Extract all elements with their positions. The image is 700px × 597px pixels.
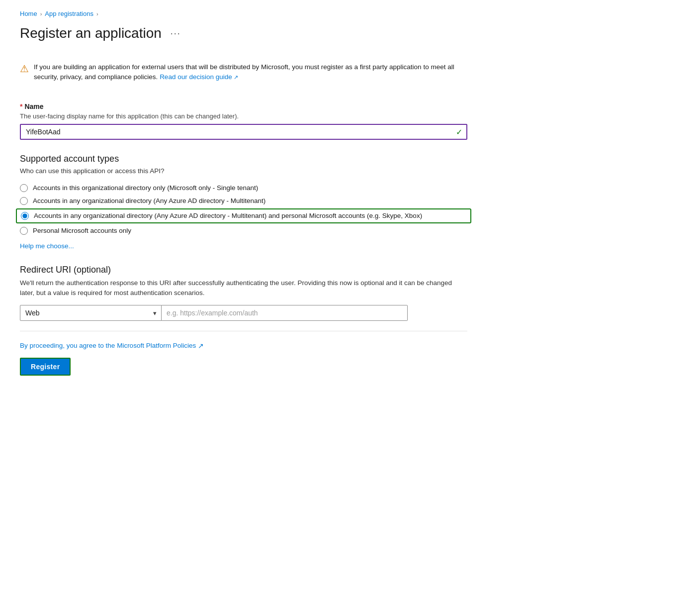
name-description: The user-facing display name for this ap… [20, 112, 680, 120]
radio-option-3[interactable]: Accounts in any organizational directory… [16, 208, 471, 223]
breadcrumb-home[interactable]: Home [20, 10, 37, 17]
radio-input-2[interactable] [20, 197, 28, 205]
warning-banner: ⚠ If you are building an application for… [20, 56, 467, 89]
radio-input-3[interactable] [21, 212, 29, 220]
warning-text: If you are building an application for e… [34, 62, 467, 83]
checkmark-icon: ✓ [456, 127, 462, 136]
policy-link[interactable]: By proceeding, you agree to the Microsof… [20, 342, 204, 350]
breadcrumb-chevron-2: › [96, 11, 98, 17]
page-title-row: Register an application ··· [20, 25, 680, 41]
radio-label-2: Accounts in any organizational directory… [33, 197, 265, 204]
redirect-uri-description: We'll return the authentication response… [20, 278, 467, 298]
name-section: * Name The user-facing display name for … [20, 102, 680, 140]
radio-input-1[interactable] [20, 184, 28, 192]
account-types-title: Supported account types [20, 154, 680, 164]
redirect-uri-input[interactable] [162, 305, 408, 321]
help-me-choose-link[interactable]: Help me choose... [20, 242, 74, 250]
radio-option-1[interactable]: Accounts in this organizational director… [20, 182, 467, 195]
register-button[interactable]: Register [20, 358, 71, 376]
platform-select-wrapper: Web SPA Public client/native (mobile & d… [20, 305, 162, 321]
policy-external-icon: ↗ [198, 342, 204, 350]
warning-icon: ⚠ [20, 63, 29, 75]
breadcrumb-chevron-1: › [40, 11, 42, 17]
policy-row: By proceeding, you agree to the Microsof… [20, 341, 680, 358]
breadcrumb: Home › App registrations › [20, 10, 680, 17]
account-types-subtitle: Who can use this application or access t… [20, 167, 680, 175]
name-input-wrapper: ✓ [20, 124, 467, 140]
redirect-uri-section: Redirect URI (optional) We'll return the… [20, 265, 680, 321]
decision-guide-link[interactable]: Read our decision guide↗ [160, 73, 238, 81]
redirect-uri-title: Redirect URI (optional) [20, 265, 680, 275]
platform-select[interactable]: Web SPA Public client/native (mobile & d… [20, 305, 162, 321]
radio-label-3: Accounts in any organizational directory… [34, 212, 422, 219]
redirect-inputs-row: Web SPA Public client/native (mobile & d… [20, 305, 408, 321]
external-link-icon: ↗ [234, 74, 238, 80]
radio-input-4[interactable] [20, 227, 28, 235]
more-options-button[interactable]: ··· [168, 26, 184, 41]
account-types-section: Supported account types Who can use this… [20, 154, 680, 250]
radio-label-1: Accounts in this organizational director… [33, 184, 258, 192]
page-title: Register an application [20, 25, 162, 41]
footer-section: By proceeding, you agree to the Microsof… [20, 341, 680, 376]
footer-divider [20, 331, 467, 331]
required-star: * [20, 102, 22, 110]
warning-message: If you are building an application for e… [34, 63, 454, 81]
radio-label-4: Personal Microsoft accounts only [33, 227, 131, 234]
policy-text: By proceeding, you agree to the Microsof… [20, 342, 196, 349]
radio-options-container: Accounts in this organizational director… [20, 182, 467, 237]
breadcrumb-app-registrations[interactable]: App registrations [45, 10, 93, 17]
radio-option-4[interactable]: Personal Microsoft accounts only [20, 224, 467, 237]
radio-option-2[interactable]: Accounts in any organizational directory… [20, 195, 467, 207]
name-input[interactable] [20, 124, 467, 140]
name-label: * Name [20, 102, 680, 110]
